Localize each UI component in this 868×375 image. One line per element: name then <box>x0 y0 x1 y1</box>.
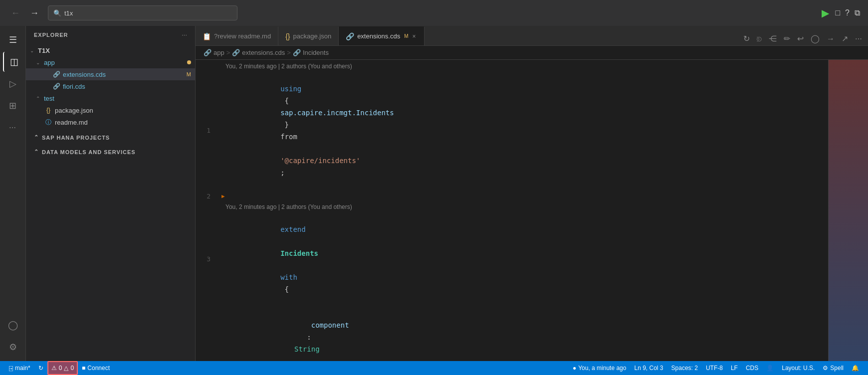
diff-icon[interactable]: ⟄ <box>755 32 764 45</box>
position-text: Ln 9, Col 3 <box>634 365 663 372</box>
error-count: 0 <box>59 365 62 372</box>
block-lines: 4 component : String @title : 'Component… <box>196 307 828 361</box>
tree-item-app[interactable]: ⌄ app <box>26 56 195 68</box>
forward-button[interactable]: → <box>27 5 42 20</box>
status-layout[interactable]: Layout: U.S. <box>778 361 819 375</box>
status-encoding[interactable]: UTF-8 <box>702 361 727 375</box>
punctuation: ; <box>280 169 284 177</box>
status-connect[interactable]: ■ Connect <box>78 361 114 375</box>
search-input[interactable]: t1x <box>64 9 232 17</box>
status-sync[interactable]: ↻ <box>34 361 47 375</box>
status-language[interactable]: CDS <box>742 361 762 375</box>
search-bar[interactable]: 🔍 t1x <box>48 5 237 20</box>
sidebar-header: EXPLORER ··· <box>26 26 195 42</box>
sap-hana-section[interactable]: ⌃ SAP HANA PROJECTS <box>26 132 195 143</box>
status-branch[interactable]: ⍈ main* <box>5 361 34 375</box>
encoding-text: UTF-8 <box>706 365 723 372</box>
back-button[interactable]: ← <box>8 5 23 20</box>
import-name: sap.capire.incmgt.Incidents <box>280 109 394 117</box>
tab-extensions-cds[interactable]: 🔗 extensions.cds M × <box>339 26 424 45</box>
open-external-icon[interactable]: ↗ <box>840 32 850 45</box>
tab-preview-readme[interactable]: 📋 ?review readme.md <box>196 26 278 45</box>
sidebar-actions[interactable]: ··· <box>182 31 187 38</box>
layout-icon[interactable]: ⧉ <box>855 8 860 17</box>
code-line-2: 2 ▶ <box>196 190 828 202</box>
extensions-icon[interactable]: ⊞ <box>3 96 23 116</box>
help-icon[interactable]: ? <box>845 8 850 17</box>
clock-icon: ● <box>573 365 576 372</box>
collapse-arrow: ⌄ <box>30 48 38 53</box>
breadcrumb-extensions-cds[interactable]: 🔗 extensions.cds <box>232 49 285 56</box>
tree-item-fiori-cds[interactable]: 🔗 fiori.cds <box>26 80 195 92</box>
account-icon[interactable]: ◯ <box>3 315 23 335</box>
tree-label: package.json <box>55 107 191 114</box>
tab-icon: {} <box>285 32 290 40</box>
section-label: DATA MODELS AND SERVICES <box>42 149 136 155</box>
json-file-icon: {} <box>44 106 53 115</box>
punctuation: } <box>280 121 293 129</box>
keyword-extend: extend <box>280 225 306 233</box>
collapse-arrow: ⌄ <box>36 60 44 65</box>
line-number: 2 <box>196 190 220 202</box>
breadcrumb-separator: > <box>287 49 291 56</box>
tab-label: extensions.cds <box>357 32 400 40</box>
space <box>294 357 298 361</box>
status-position[interactable]: Ln 9, Col 3 <box>630 361 667 375</box>
status-spell[interactable]: ⚙ Spell <box>819 361 848 375</box>
code-editor[interactable]: You, 2 minutes ago | 2 authors (You and … <box>196 60 828 361</box>
editor-wrapper: You, 2 minutes ago | 2 authors (You and … <box>196 60 868 361</box>
play-button[interactable]: ▶ <box>822 7 829 19</box>
tree-item-extensions-cds[interactable]: 🔗 extensions.cds M <box>26 68 195 80</box>
tree-label: extensions.cds <box>63 71 185 78</box>
ellipsis-icon[interactable]: ⋯ <box>3 118 23 138</box>
blame-line-3: You, 2 minutes ago | 2 authors (You and … <box>196 202 828 211</box>
expand-arrow: ⌃ <box>36 96 44 101</box>
run-icon[interactable]: ▷ <box>3 74 23 94</box>
explorer-icon[interactable]: ◫ <box>3 52 23 72</box>
status-line-ending[interactable]: LF <box>727 361 742 375</box>
menu-icon[interactable]: ☰ <box>3 30 23 50</box>
tree-item-readme[interactable]: ⓘ readme.md <box>26 116 195 128</box>
arrow-right-icon[interactable]: → <box>825 32 837 45</box>
branch-name: main* <box>15 365 30 372</box>
blame-text: You, 2 minutes ago | 2 authors (You and … <box>225 203 352 210</box>
more-actions-icon[interactable]: ⋯ <box>853 33 864 45</box>
status-errors-warnings[interactable]: ⚠ 0 △ 0 <box>47 361 78 375</box>
breadcrumb-separator: > <box>226 49 230 56</box>
settings-icon[interactable]: ⚙ <box>3 337 23 357</box>
breadcrumb-app[interactable]: 🔗 app <box>204 49 224 56</box>
tab-package-json[interactable]: {} package.json <box>278 26 339 45</box>
tree-item-t1x[interactable]: ⌄ T1X <box>26 44 195 56</box>
breadcrumb-incidents[interactable]: 🔗 Incidents <box>293 49 329 56</box>
edit-icon[interactable]: ✏ <box>782 32 792 45</box>
status-blame[interactable]: ● You, a minute ago <box>569 361 631 375</box>
status-account[interactable]: 👤 <box>762 361 778 375</box>
sidebar: EXPLORER ··· ⌄ T1X ⌄ app 🔗 extensions.cd… <box>26 26 196 361</box>
title-bar-right: ▶ □ ? ⧉ <box>822 7 860 19</box>
tab-label: ?review readme.md <box>214 32 271 40</box>
sync-icon: ↻ <box>38 365 43 372</box>
punctuation: : <box>294 333 315 341</box>
tree-item-test[interactable]: ⌃ test <box>26 92 195 104</box>
layout-text: Layout: U.S. <box>782 365 815 372</box>
split-icon[interactable]: ⋲ <box>767 32 779 45</box>
circle-icon[interactable]: ◯ <box>809 32 822 45</box>
type-name: Incidents <box>280 249 318 257</box>
status-bell[interactable]: 🔔 <box>848 361 863 375</box>
tab-close-button[interactable]: × <box>411 32 417 41</box>
tab-label: package.json <box>293 32 332 40</box>
history-icon[interactable]: ↻ <box>741 32 752 45</box>
tree-item-package-json[interactable]: {} package.json <box>26 104 195 116</box>
undo-icon[interactable]: ↩ <box>795 32 806 45</box>
account-icon: 👤 <box>766 365 774 372</box>
sidebar-title: EXPLORER <box>34 32 68 38</box>
line-content: component : String @title : 'Component' … <box>231 307 828 361</box>
window-restore-icon[interactable]: □ <box>835 8 840 17</box>
section-arrow: ⌃ <box>34 134 39 141</box>
data-models-section[interactable]: ⌃ DATA MODELS AND SERVICES <box>26 147 195 157</box>
status-spaces[interactable]: Spaces: 2 <box>667 361 702 375</box>
modified-badge: M <box>187 71 191 77</box>
spell-text: Spell <box>830 365 844 372</box>
blame-line-1: You, 2 minutes ago | 2 authors (You and … <box>196 62 828 71</box>
error-icon: ⚠ <box>51 365 57 372</box>
